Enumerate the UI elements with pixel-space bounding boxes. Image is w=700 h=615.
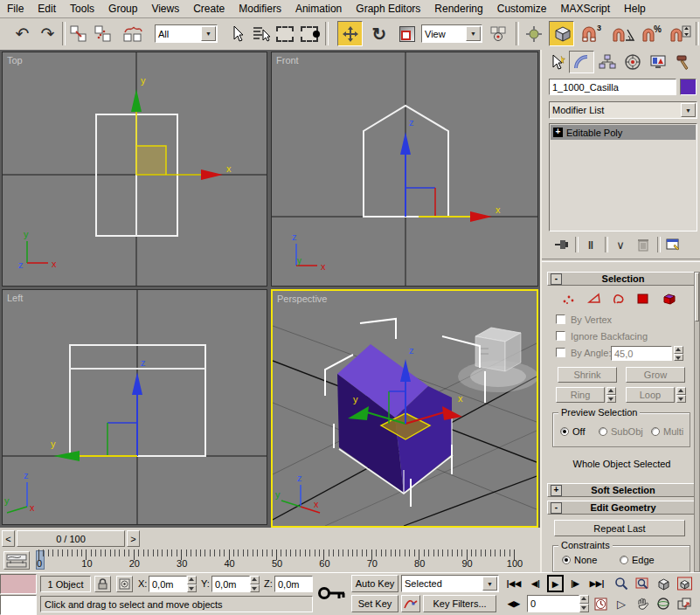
- viewport-perspective[interactable]: z y x z y x Perspective: [271, 289, 538, 528]
- command-panel-scrollbar[interactable]: [694, 272, 700, 572]
- selection-filter-dropdown[interactable]: All ▼: [155, 24, 218, 43]
- viewport-top[interactable]: y x y x z Top: [2, 52, 267, 287]
- maxscript-mini-listener-white[interactable]: [0, 595, 37, 615]
- key-filters-button[interactable]: Key Filters...: [423, 595, 496, 612]
- percent-snap-button[interactable]: %: [639, 22, 665, 45]
- tab-create[interactable]: [544, 51, 569, 73]
- tab-utilities[interactable]: [670, 51, 696, 73]
- select-and-rotate-button[interactable]: ↻: [367, 22, 392, 45]
- ghost-helper-object[interactable]: [458, 328, 537, 392]
- menu-modifiers[interactable]: Modifiers: [232, 0, 288, 17]
- zoom-extents-all-button[interactable]: [675, 575, 694, 592]
- min-max-toggle-button[interactable]: [675, 595, 694, 612]
- next-frame-button[interactable]: |▶: [566, 575, 584, 592]
- time-configuration-button[interactable]: [592, 595, 609, 612]
- select-by-name-button[interactable]: [249, 22, 273, 45]
- y-coord-spinner[interactable]: [250, 576, 260, 592]
- menu-file[interactable]: File: [0, 0, 31, 17]
- modifier-stack[interactable]: + Editable Poly: [549, 123, 697, 231]
- selection-rollout-header[interactable]: - Selection: [547, 272, 699, 286]
- object-color-swatch[interactable]: [680, 79, 697, 95]
- selection-rollout-collapse-icon[interactable]: -: [551, 273, 562, 285]
- current-frame-field[interactable]: 0: [527, 595, 579, 612]
- go-to-end-button[interactable]: ▶▶|: [586, 575, 607, 592]
- viewport-perspective-label[interactable]: Perspective: [277, 294, 327, 304]
- reference-coordinate-dropdown[interactable]: View ▼: [421, 24, 482, 43]
- x-coord-field[interactable]: 0,0m: [149, 576, 187, 592]
- select-and-manipulate-button[interactable]: [523, 22, 545, 45]
- viewport-front-canvas[interactable]: z x z x y: [272, 52, 537, 286]
- zoom-all-button[interactable]: [633, 575, 652, 592]
- time-slider-next-button[interactable]: >: [127, 530, 140, 547]
- window-crossing-toggle-button[interactable]: [297, 22, 321, 45]
- zoom-extents-button[interactable]: [654, 575, 673, 592]
- absolute-offset-toggle[interactable]: [116, 576, 133, 592]
- x-coord-spinner[interactable]: [187, 576, 197, 592]
- soft-selection-collapse-icon[interactable]: +: [551, 485, 562, 496]
- menu-help[interactable]: Help: [617, 0, 653, 17]
- border-mode-button[interactable]: [608, 290, 629, 308]
- selection-set-arrow[interactable]: ▼: [482, 577, 497, 591]
- menu-animation[interactable]: Animation: [288, 0, 349, 17]
- unlink-selection-button[interactable]: [91, 22, 114, 45]
- soft-selection-rollout-header[interactable]: + Soft Selection: [547, 483, 699, 497]
- zoom-button[interactable]: [612, 575, 631, 592]
- edit-geometry-collapse-icon[interactable]: -: [551, 502, 562, 514]
- polygon-mode-button[interactable]: [633, 290, 654, 308]
- modifier-list-arrow[interactable]: ▼: [681, 103, 696, 117]
- pan-view-button[interactable]: [633, 595, 652, 612]
- set-key-icon-button[interactable]: [317, 580, 347, 608]
- maxscript-mini-listener-pink[interactable]: [0, 574, 37, 594]
- z-coord-field[interactable]: 0,0m: [274, 576, 313, 592]
- top-view-move-gizmo[interactable]: y x: [131, 75, 232, 180]
- menu-tools[interactable]: Tools: [63, 0, 101, 17]
- menu-graph-editors[interactable]: Graph Editors: [349, 0, 427, 17]
- vertex-mode-button[interactable]: [558, 290, 579, 308]
- play-animation-button[interactable]: ▶: [547, 575, 564, 592]
- menu-views[interactable]: Views: [144, 0, 186, 17]
- snap-3d-button[interactable]: 3: [578, 22, 606, 45]
- arc-rotate-button[interactable]: [654, 595, 673, 612]
- viewport-top-canvas[interactable]: y x y x z: [3, 52, 267, 286]
- menu-maxscript[interactable]: MAXScript: [553, 0, 617, 17]
- selection-filter-arrow[interactable]: ▼: [201, 26, 216, 41]
- object-name-field[interactable]: 1_1000_Casilla: [549, 79, 676, 95]
- refcoord-arrow[interactable]: ▼: [466, 26, 481, 41]
- select-object-button[interactable]: [225, 22, 248, 45]
- angle-snap-button[interactable]: [609, 22, 637, 45]
- preview-off-radio[interactable]: [560, 427, 569, 436]
- time-slider-prev-button[interactable]: <: [2, 530, 15, 547]
- repeat-last-button[interactable]: Repeat Last: [554, 520, 685, 536]
- menu-customize[interactable]: Customize: [490, 0, 554, 17]
- front-view-move-gizmo[interactable]: z x: [400, 117, 501, 222]
- viewport-left-label[interactable]: Left: [7, 293, 23, 303]
- viewport-perspective-canvas[interactable]: z y x z y x: [273, 291, 537, 526]
- select-and-move-button[interactable]: [337, 21, 363, 46]
- redo-button[interactable]: ↷: [36, 22, 59, 45]
- selection-lock-toggle[interactable]: [94, 576, 111, 592]
- rectangular-selection-region-button[interactable]: [273, 22, 296, 45]
- go-to-start-button[interactable]: |◀◀: [503, 575, 524, 592]
- pin-stack-button[interactable]: [551, 235, 572, 254]
- spinner-snap-button[interactable]: [667, 22, 693, 45]
- stack-expand-icon[interactable]: +: [553, 128, 563, 137]
- viewport-left-canvas[interactable]: z y z y x: [3, 290, 267, 524]
- edge-mode-button[interactable]: [584, 290, 605, 308]
- tab-hierarchy[interactable]: [594, 51, 620, 73]
- track-bar-ruler[interactable]: 0102030405060708090100: [35, 549, 538, 571]
- undo-button[interactable]: ↶: [10, 22, 34, 45]
- previous-frame-button[interactable]: ◀|: [527, 575, 544, 592]
- menu-rendering[interactable]: Rendering: [427, 0, 489, 17]
- current-frame-spinner[interactable]: [579, 595, 589, 612]
- menu-create[interactable]: Create: [186, 0, 232, 17]
- modifier-list-dropdown[interactable]: Modifier List ▼: [549, 101, 697, 119]
- scrollbar-thumb[interactable]: [695, 273, 699, 321]
- open-mini-curve-editor-button[interactable]: [3, 551, 30, 570]
- key-mode-toggle-button[interactable]: ◀▶: [503, 595, 524, 612]
- constraint-none-radio[interactable]: [562, 556, 571, 564]
- tab-motion[interactable]: [620, 51, 645, 73]
- time-slider-handle[interactable]: 0 / 100: [17, 530, 125, 547]
- default-in-out-tangents-button[interactable]: [401, 595, 420, 612]
- edit-geometry-rollout-header[interactable]: - Edit Geometry: [547, 501, 699, 515]
- bind-to-space-warp-button[interactable]: [121, 22, 145, 45]
